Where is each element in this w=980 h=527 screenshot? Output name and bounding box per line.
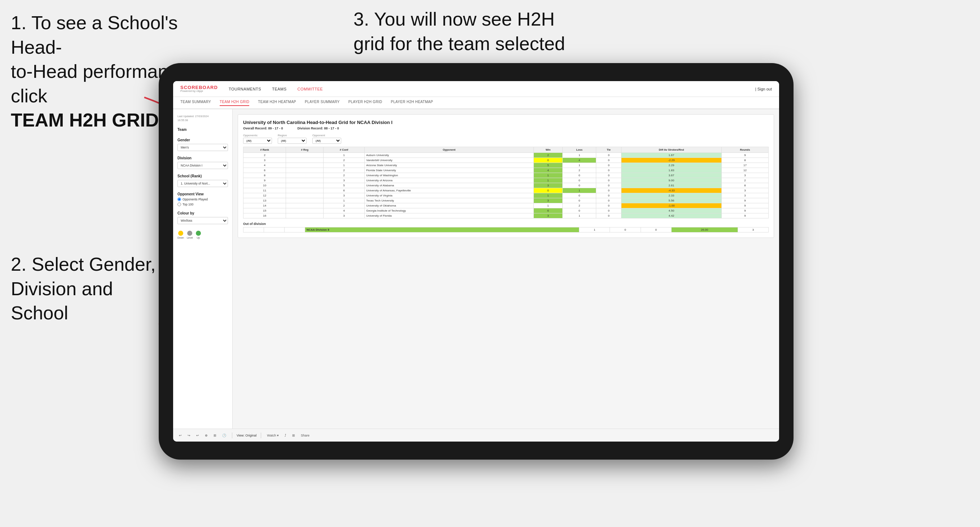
table-row: 11 6 University of Arkansas, Fayettevill… bbox=[243, 188, 768, 193]
back-button[interactable]: ↩ bbox=[195, 433, 200, 438]
school-select[interactable]: 1. University of Nort... bbox=[177, 180, 228, 187]
redo-button[interactable]: ↪ bbox=[186, 433, 192, 438]
sub-nav: TEAM SUMMARY TEAM H2H GRID TEAM H2H HEAT… bbox=[173, 97, 779, 109]
cell-win: 0 bbox=[534, 188, 563, 193]
ood-diff: 26.00 bbox=[671, 227, 738, 232]
cell-rank: 3 bbox=[243, 158, 286, 163]
toolbar-divider-1 bbox=[232, 433, 232, 438]
cell-loss: 2 bbox=[562, 168, 596, 173]
cell-conf: 3 bbox=[323, 193, 365, 198]
th-opponent: Opponent bbox=[365, 147, 534, 153]
share-button[interactable]: Share bbox=[299, 433, 311, 438]
radio-opponents-played[interactable]: Opponents Played bbox=[177, 198, 228, 201]
view-original-label: View: Original bbox=[237, 433, 256, 437]
colour-by-section: Colour by Win/loss bbox=[177, 211, 228, 224]
radio-top100[interactable]: Top 100 bbox=[177, 203, 228, 206]
cell-opponent: University of Oklahoma bbox=[365, 203, 534, 208]
opponent-view-section: Opponent View Opponents Played Top 100 bbox=[177, 192, 228, 206]
cell-rank: 16 bbox=[243, 213, 286, 218]
cell-tie: 0 bbox=[596, 178, 621, 183]
school-section: School (Rank) 1. University of Nort... bbox=[177, 174, 228, 187]
out-of-division-row: NCAA Division II 1 0 0 26.00 3 bbox=[243, 227, 768, 232]
cell-reg bbox=[286, 213, 323, 218]
th-win: Win bbox=[534, 147, 563, 153]
ood-rounds: 3 bbox=[738, 227, 768, 232]
ann3-line2: grid for the team selected bbox=[353, 33, 565, 54]
subnav-player-h2h-heatmap[interactable]: PLAYER H2H HEATMAP bbox=[391, 100, 433, 106]
opponents-filter-select[interactable]: (All) bbox=[243, 138, 272, 144]
subnav-player-h2h-grid[interactable]: PLAYER H2H GRID bbox=[348, 100, 382, 106]
subnav-player-summary[interactable]: PLAYER SUMMARY bbox=[305, 100, 340, 106]
cell-conf: 3 bbox=[323, 213, 365, 218]
forward-button[interactable]: ⊕ bbox=[204, 433, 209, 438]
cell-rank: 4 bbox=[243, 163, 286, 168]
cell-rank: 15 bbox=[243, 208, 286, 213]
cell-rank: 8 bbox=[243, 173, 286, 178]
subnav-team-h2h-heatmap[interactable]: TEAM H2H HEATMAP bbox=[258, 100, 296, 106]
h2h-title: University of North Carolina Head-to-Hea… bbox=[243, 120, 768, 125]
legend-down: Down bbox=[177, 231, 184, 239]
undo-button[interactable]: ↩ bbox=[177, 433, 183, 438]
nav-committee[interactable]: COMMITTEE bbox=[298, 87, 323, 91]
table-row: 15 4 Georgia Institute of Technology 6 0… bbox=[243, 208, 768, 213]
zoom-button[interactable]: ⊞ bbox=[212, 433, 218, 438]
share-icon-button[interactable]: ⤴ bbox=[283, 433, 288, 438]
table-row: 10 5 University of Alabama 3 0 0 2.61 8 bbox=[243, 183, 768, 188]
cell-rounds: 9 bbox=[721, 213, 768, 218]
cell-conf: 2 bbox=[323, 203, 365, 208]
division-record-label: Division Record: bbox=[298, 127, 323, 130]
sign-out-button[interactable]: | Sign out bbox=[755, 87, 772, 91]
grid-view-button[interactable]: ⊞ bbox=[291, 433, 296, 438]
filter-opponent: Opponent (All) bbox=[312, 134, 341, 144]
cell-opponent: University of Virginia bbox=[365, 193, 534, 198]
opponents-filter-label: Opponents: bbox=[243, 134, 272, 137]
gender-select[interactable]: Men's bbox=[177, 144, 228, 151]
division-select[interactable]: NCAA Division I bbox=[177, 162, 228, 169]
cell-opponent: University of Arkansas, Fayetteville bbox=[365, 188, 534, 193]
cell-loss: 0 bbox=[562, 198, 596, 203]
ann2-line2: Division and bbox=[11, 278, 113, 299]
top100-label: Top 100 bbox=[183, 203, 193, 206]
overall-record-value: 89 - 17 - 0 bbox=[268, 127, 283, 130]
last-updated: Last Updated: 27/03/2024 16:55:38 bbox=[177, 114, 228, 122]
subnav-team-h2h-grid[interactable]: TEAM H2H GRID bbox=[220, 100, 249, 106]
overall-record-label: Overall Record: bbox=[243, 127, 267, 130]
cell-tie: 0 bbox=[596, 153, 621, 158]
cell-rank: 11 bbox=[243, 188, 286, 193]
ann3-line1: 3. You will now see H2H bbox=[353, 9, 555, 30]
cell-reg bbox=[286, 173, 323, 178]
table-row: 6 2 Florida State University 4 2 0 1.83 … bbox=[243, 168, 768, 173]
opponent-filter-select[interactable]: (All) bbox=[312, 138, 341, 144]
cell-rounds: 8 bbox=[721, 183, 768, 188]
overall-record: Overall Record: 89 - 17 - 0 bbox=[243, 127, 283, 130]
cell-conf: 2 bbox=[323, 158, 365, 163]
cell-opponent: University of Florida bbox=[365, 213, 534, 218]
legend-level: Level bbox=[187, 231, 193, 239]
cell-opponent: Texas Tech University bbox=[365, 198, 534, 203]
cell-tie: 0 bbox=[596, 193, 621, 198]
clock-button[interactable]: 🕐 bbox=[221, 433, 228, 438]
h2h-panel: University of North Carolina Head-to-Hea… bbox=[238, 114, 774, 238]
cell-reg bbox=[286, 193, 323, 198]
cell-tie: 0 bbox=[596, 213, 621, 218]
region-filter-select[interactable]: (All) bbox=[278, 138, 307, 144]
radio-opponents-played-input[interactable] bbox=[177, 198, 181, 201]
subnav-team-summary[interactable]: TEAM SUMMARY bbox=[180, 100, 211, 106]
cell-diff: 4.42 bbox=[621, 213, 721, 218]
cell-loss: 0 bbox=[562, 183, 596, 188]
cell-reg bbox=[286, 208, 323, 213]
cell-win: 1 bbox=[534, 193, 563, 198]
table-row: 2 1 Auburn University 2 1 0 1.67 9 bbox=[243, 153, 768, 158]
cell-tie: 0 bbox=[596, 183, 621, 188]
nav-teams[interactable]: TEAMS bbox=[272, 87, 286, 91]
h2h-records: Overall Record: 89 - 17 - 0 Division Rec… bbox=[243, 127, 768, 130]
ood-conf bbox=[285, 227, 305, 232]
cell-loss: 0 bbox=[562, 173, 596, 178]
table-row: 14 2 University of Oklahoma 1 2 0 -1.00 … bbox=[243, 203, 768, 208]
nav-tournaments[interactable]: TOURNAMENTS bbox=[229, 87, 261, 91]
colour-by-select[interactable]: Win/loss bbox=[177, 217, 228, 224]
watch-button[interactable]: Watch ▾ bbox=[266, 433, 280, 438]
cell-diff: 4.50 bbox=[621, 208, 721, 213]
radio-top100-input[interactable] bbox=[177, 203, 181, 206]
cell-loss: 0 bbox=[562, 178, 596, 183]
